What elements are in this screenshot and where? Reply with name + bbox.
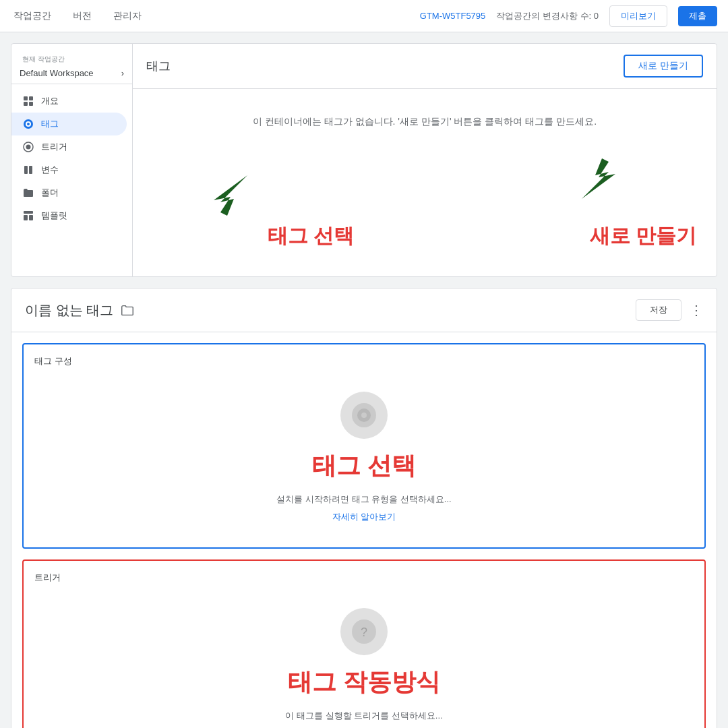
sidebar-item-variables[interactable]: 변수 (11, 158, 127, 181)
tag-panels-container: 태그 구성 태그 선택 설치를 시작하려면 태그 유형을 선택하세요... 자세… (11, 332, 717, 728)
sidebar-item-overview-label: 개요 (41, 95, 59, 107)
content-area: 태그 새로 만들기 이 컨테이너에는 태그가 없습니다. '새로 만들기' 버튼… (133, 44, 717, 276)
tag-type-icon (351, 402, 377, 429)
svg-rect-0 (24, 96, 28, 100)
content-title: 태그 (146, 58, 171, 74)
nav-tab-version[interactable]: 버전 (70, 0, 94, 32)
tag-config-panel: 태그 구성 태그 선택 설치를 시작하려면 태그 유형을 선택하세요... 자세… (22, 343, 706, 549)
sidebar: 현재 작업공간 Default Workspace › 개요 (11, 44, 133, 276)
svg-point-8 (26, 145, 31, 150)
tag-config-panel-body: 태그 선택 설치를 시작하려면 태그 유형을 선택하세요... 자세히 알아보기 (34, 378, 694, 537)
tag-panel-actions: 저장 ⋮ (636, 299, 703, 321)
top-navigation: 작업공간 버전 관리자 GTM-W5TF5795 작업공간의 변경사항 수: 0… (0, 0, 728, 32)
tag-config-main-text: 태그 선택 (312, 450, 416, 483)
sidebar-item-tags-label: 태그 (41, 118, 59, 130)
nav-tab-admin[interactable]: 관리자 (111, 0, 144, 32)
content-header: 태그 새로 만들기 (133, 44, 717, 89)
svg-rect-10 (29, 166, 32, 174)
nav-right-actions: GTM-W5TF5795 작업공간의 변경사항 수: 0 미리보기 제출 (420, 5, 717, 27)
tag-icon (22, 118, 34, 130)
tag-config-panel-title: 태그 구성 (34, 355, 694, 367)
sidebar-item-triggers[interactable]: 트리거 (11, 135, 127, 158)
workspace-name-text: Default Workspace (20, 68, 94, 78)
preview-button[interactable]: 미리보기 (609, 5, 667, 27)
trigger-config-desc: 이 태그를 실행할 트리거를 선택하세요... (285, 710, 442, 722)
submit-button[interactable]: 제출 (678, 6, 717, 26)
tag-config-desc: 설치를 시작하려면 태그 유형을 선택하세요... (276, 493, 451, 506)
main-layout: 현재 작업공간 Default Workspace › 개요 (11, 43, 717, 277)
new-tag-button[interactable]: 새로 만들기 (624, 55, 703, 78)
trigger-config-panel-title: 트리거 (34, 572, 694, 584)
sidebar-item-tags[interactable]: 태그 (11, 113, 127, 135)
folder-outline-icon (120, 303, 135, 317)
sidebar-item-variables-label: 변수 (41, 164, 59, 176)
sidebar-item-folders[interactable]: 폴더 (11, 181, 127, 204)
svg-rect-11 (24, 211, 33, 214)
trigger-icon (22, 141, 34, 153)
tag-panel-header: 이름 없는 태그 저장 ⋮ (11, 289, 717, 332)
tag-panel-title-text: 이름 없는 태그 (25, 301, 113, 320)
right-arrow-container (575, 158, 629, 215)
gtm-id-label: GTM-W5TF5795 (420, 11, 486, 21)
variable-icon (22, 164, 34, 176)
trigger-type-icon: ? (351, 618, 377, 645)
svg-point-16 (361, 413, 367, 418)
svg-rect-13 (29, 215, 33, 220)
annotation-left-text: 태그 선택 (268, 222, 354, 250)
save-button[interactable]: 저장 (636, 299, 681, 321)
svg-rect-3 (29, 102, 33, 106)
empty-state-message: 이 컨테이너에는 태그가 없습니다. '새로 만들기' 버튼을 클릭하여 태그를… (133, 89, 717, 155)
folder-icon (22, 187, 34, 199)
tag-edit-panel: 이름 없는 태그 저장 ⋮ 태그 구성 태그 선택 (11, 288, 717, 728)
sidebar-item-templates-label: 템플릿 (41, 210, 67, 222)
left-arrow-container (200, 162, 261, 225)
workspace-change-count: 작업공간의 변경사항 수: 0 (496, 10, 599, 22)
more-options-icon[interactable]: ⋮ (690, 302, 703, 318)
trigger-config-main-text: 태그 작동방식 (288, 666, 440, 699)
svg-rect-1 (29, 96, 33, 100)
overview-icon (22, 95, 34, 107)
tag-config-learn-more-link[interactable]: 자세히 알아보기 (332, 511, 396, 523)
tag-config-circle-icon (340, 392, 388, 439)
trigger-config-panel-body: ? 태그 작동방식 이 태그를 실행할 트리거를 선택하세요... 자세히 알아… (34, 595, 694, 728)
annotation-area: 태그 선택 새로 만들기 (133, 155, 717, 276)
svg-rect-2 (24, 102, 28, 106)
sidebar-item-templates[interactable]: 템플릿 (11, 204, 127, 227)
svg-rect-12 (24, 215, 28, 220)
svg-text:?: ? (361, 626, 367, 639)
annotation-right-text: 새로 만들기 (590, 222, 696, 250)
sidebar-item-overview[interactable]: 개요 (11, 90, 127, 113)
workspace-name-row[interactable]: Default Workspace › (11, 65, 132, 84)
nav-tab-workspace[interactable]: 작업공간 (11, 0, 54, 32)
left-arrow-icon (200, 162, 261, 222)
chevron-right-icon: › (121, 68, 124, 78)
sidebar-item-folders-label: 폴더 (41, 187, 59, 199)
tag-panel-title-area: 이름 없는 태그 (25, 301, 135, 320)
workspace-section-label: 현재 작업공간 (11, 49, 132, 65)
svg-point-6 (27, 123, 30, 125)
trigger-config-panel: 트리거 ? 태그 작동방식 이 태그를 실행할 트리거를 선택하세요... 자세… (22, 559, 706, 728)
template-icon (22, 210, 34, 222)
trigger-circle-icon: ? (340, 608, 388, 655)
svg-rect-9 (24, 166, 28, 174)
right-arrow-icon (575, 158, 629, 212)
nav-tabs: 작업공간 버전 관리자 (11, 0, 420, 32)
sidebar-item-triggers-label: 트리거 (41, 141, 67, 153)
